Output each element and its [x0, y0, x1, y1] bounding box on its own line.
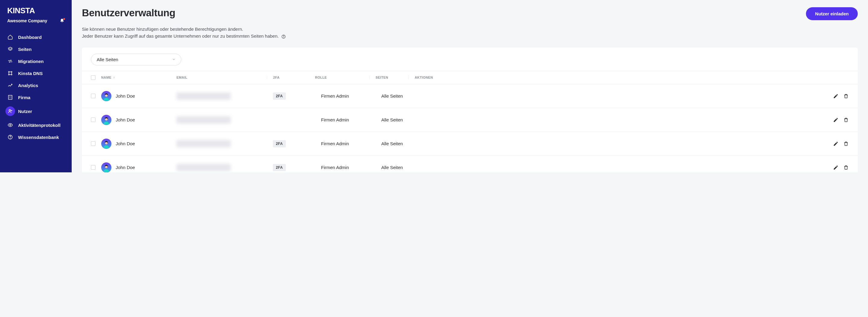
user-plus-icon — [5, 106, 15, 116]
sidebar-item-analytics[interactable]: Analytics — [3, 79, 69, 91]
dns-icon — [7, 70, 13, 76]
trash-icon — [843, 93, 849, 99]
col-head-2fa[interactable]: 2FA — [267, 76, 315, 79]
col-label: NAME — [101, 76, 112, 79]
row-actions-cell — [833, 141, 849, 146]
row-checkbox[interactable] — [91, 117, 95, 122]
sidebar: KINSTA Awesome Company Dashboard Seiten … — [0, 0, 72, 172]
row-check-cell — [91, 141, 101, 146]
col-label: EMAIL — [177, 76, 187, 79]
pencil-icon — [833, 93, 838, 99]
row-2fa-cell: 2FA — [273, 164, 321, 171]
svg-point-1 — [11, 71, 12, 72]
select-all-checkbox[interactable] — [91, 75, 95, 80]
sidebar-item-migrationen[interactable]: Migrationen — [3, 55, 69, 67]
table-header: NAME ↑ EMAIL 2FA ROLLE SEITEN AKTIONEN — [82, 71, 858, 84]
svg-point-2 — [8, 74, 9, 75]
edit-button[interactable] — [833, 165, 838, 170]
edit-button[interactable] — [833, 93, 838, 99]
sidebar-item-nutzer[interactable]: Nutzer — [3, 103, 69, 119]
col-head-name[interactable]: NAME ↑ — [101, 76, 177, 79]
edit-button[interactable] — [833, 141, 838, 146]
subtitle-line-1: Sie können neue Benutzer hinzufügen oder… — [82, 27, 243, 32]
row-sites-cell: Alle Seiten — [381, 165, 427, 170]
email-redacted — [177, 140, 231, 147]
select-value: Alle Seiten — [97, 57, 118, 62]
row-email-cell — [177, 164, 273, 171]
row-check-cell — [91, 165, 101, 170]
avatar — [101, 91, 112, 101]
col-label: AKTIONEN — [415, 76, 433, 79]
svg-point-8 — [10, 138, 10, 138]
svg-point-6 — [10, 124, 11, 126]
row-email-cell — [177, 92, 273, 100]
company-row: Awesome Company — [0, 17, 72, 30]
row-sites-cell: Alle Seiten — [381, 117, 427, 122]
sidebar-item-label: Migrationen — [18, 59, 44, 64]
sort-asc-icon: ↑ — [113, 76, 115, 79]
user-name: John Doe — [116, 141, 135, 146]
twofa-badge: 2FA — [273, 164, 286, 171]
email-redacted — [177, 92, 231, 100]
sidebar-item-seiten[interactable]: Seiten — [3, 43, 69, 55]
col-head-sites[interactable]: SEITEN — [369, 76, 414, 79]
pencil-icon — [833, 165, 838, 170]
row-2fa-cell: 2FA — [273, 92, 321, 100]
user-name: John Doe — [116, 93, 135, 98]
row-role-cell: Firmen Admin — [321, 141, 381, 146]
svg-point-3 — [11, 74, 12, 75]
row-role-cell: Firmen Admin — [321, 165, 381, 170]
sidebar-item-firma[interactable]: Firma — [3, 91, 69, 103]
user-name: John Doe — [116, 165, 135, 170]
row-actions-cell — [833, 117, 849, 123]
sidebar-item-label: Nutzer — [18, 109, 32, 114]
col-head-email[interactable]: EMAIL — [177, 76, 273, 79]
avatar-illustration — [102, 116, 110, 125]
row-actions-cell — [833, 165, 849, 170]
delete-button[interactable] — [843, 93, 849, 99]
delete-button[interactable] — [843, 117, 849, 123]
table-body: John Doe 2FA Firmen Admin Alle Seiten — [82, 84, 858, 173]
chart-icon — [7, 82, 13, 88]
col-label: ROLLE — [315, 76, 327, 79]
sidebar-item-label: Dashboard — [18, 35, 41, 40]
row-2fa-cell: 2FA — [273, 140, 321, 147]
col-head-actions: AKTIONEN — [408, 76, 433, 79]
table-row: John Doe 2FA Firmen Admin Alle Seiten — [82, 84, 858, 108]
sidebar-item-dashboard[interactable]: Dashboard — [3, 31, 69, 43]
layers-icon — [7, 46, 13, 52]
edit-button[interactable] — [833, 117, 838, 123]
filter-sites-select[interactable]: Alle Seiten — [91, 54, 181, 65]
user-name: John Doe — [116, 117, 135, 122]
delete-button[interactable] — [843, 165, 849, 170]
delete-button[interactable] — [843, 141, 849, 146]
nav-list: Dashboard Seiten Migrationen Kinsta DNS … — [0, 30, 72, 144]
row-checkbox[interactable] — [91, 141, 95, 146]
avatar-illustration — [102, 92, 110, 101]
col-head-role[interactable]: ROLLE — [315, 76, 375, 79]
avatar-illustration — [102, 140, 110, 149]
svg-point-0 — [8, 71, 9, 72]
invite-user-button[interactable]: Nutzer einladen — [806, 7, 858, 20]
sidebar-item-wissensdatenbank[interactable]: Wissensdatenbank — [3, 131, 69, 143]
sidebar-item-label: Firma — [18, 95, 30, 100]
row-checkbox[interactable] — [91, 165, 95, 170]
row-checkbox[interactable] — [91, 94, 95, 98]
avatar — [101, 139, 112, 149]
sidebar-item-label: Analytics — [18, 83, 38, 88]
sidebar-item-dns[interactable]: Kinsta DNS — [3, 67, 69, 79]
row-email-cell — [177, 116, 273, 123]
row-name-cell: John Doe — [101, 139, 177, 149]
notifications-button[interactable] — [60, 19, 64, 23]
subtitle-line-2: Jeder Benutzer kann Zugriff auf das gesa… — [82, 33, 279, 38]
email-redacted — [177, 164, 231, 171]
avatar — [101, 163, 112, 173]
row-role-cell: Firmen Admin — [321, 117, 381, 122]
help-tooltip-icon[interactable] — [281, 34, 286, 39]
eye-icon — [7, 122, 13, 128]
sidebar-item-label: Wissensdatenbank — [18, 135, 59, 140]
table-row: John Doe Firmen Admin Alle Seiten — [82, 108, 858, 132]
sidebar-item-aktivitaeten[interactable]: Aktivitätenprotokoll — [3, 119, 69, 131]
sidebar-item-label: Kinsta DNS — [18, 71, 43, 76]
company-name: Awesome Company — [7, 19, 47, 23]
